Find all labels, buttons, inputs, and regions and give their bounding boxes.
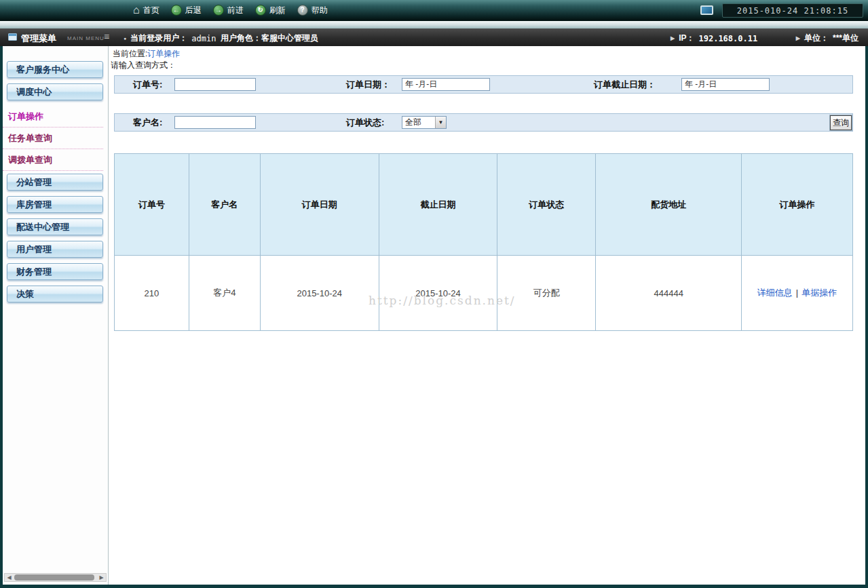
bullet-icon: ● <box>124 36 126 41</box>
action-separator: | <box>796 288 798 298</box>
order-date-label: 订单日期： <box>346 76 390 93</box>
current-user-value: admin <box>191 34 216 43</box>
nav-refresh-label: 刷新 <box>269 5 286 16</box>
deadline-label: 订单截止日期： <box>594 76 656 93</box>
order-status-select[interactable]: 全部 ▼ <box>402 116 447 129</box>
current-user-info: ● 当前登录用户： admin <box>124 33 216 44</box>
cell-deadline: 2015-10-24 <box>379 256 497 331</box>
order-date-input[interactable] <box>402 78 490 91</box>
top-navigation-bar: ⌂ 首页 ← 后退 → 前进 ↻ 刷新 ? 帮助 2015-010-24 21:… <box>0 0 868 21</box>
search-row-2: 客户名: 订单状态: 全部 ▼ 查询 <box>114 113 853 132</box>
user-role-info: 用户角色：客服中心管理员 <box>221 33 318 44</box>
nav-back-button[interactable]: ← 后退 <box>171 5 202 16</box>
cell-status: 可分配 <box>497 256 596 331</box>
nav-forward-button[interactable]: → 前进 <box>213 5 244 16</box>
sidebar: 客户服务中心 调度中心 订单操作 任务单查询 调拨单查询 分站管理 库房管理 配… <box>3 46 109 585</box>
search-row-1: 订单号: 订单日期： 订单截止日期： <box>114 75 853 94</box>
scroll-left-icon[interactable]: ◀ <box>5 574 14 581</box>
unit-label: 单位： <box>804 33 829 44</box>
role-value: 客服中心管理员 <box>261 33 318 43</box>
sidebar-item-substation-management[interactable]: 分站管理 <box>7 174 103 191</box>
arrow-icon: ▶ <box>671 35 675 41</box>
cell-actions: 详细信息|单据操作 <box>742 256 853 331</box>
sidebar-item-task-order-query[interactable]: 任务单查询 <box>3 128 103 149</box>
order-no-label: 订单号: <box>133 76 162 93</box>
nav-back-label: 后退 <box>185 5 202 16</box>
browser-nav: ⌂ 首页 ← 后退 → 前进 ↻ 刷新 ? 帮助 <box>133 5 328 16</box>
cell-order-no: 210 <box>115 256 189 331</box>
menu-title: 管理菜单 <box>21 33 56 45</box>
unit-info: ▶ 单位：***单位 <box>796 33 858 44</box>
role-label: 用户角色： <box>221 33 261 43</box>
status-bar: 管理菜单 MAIN MENU ≡ ● 当前登录用户： admin 用户角色：客服… <box>0 28 868 46</box>
cell-customer: 客户4 <box>189 256 260 331</box>
monitor-icon <box>700 5 713 15</box>
table-header-row: 订单号 客户名 订单日期 截止日期 订单状态 配货地址 订单操作 <box>115 154 853 256</box>
breadcrumb-label: 当前位置: <box>113 49 147 58</box>
sidebar-horizontal-scrollbar[interactable]: ◀ ▶ <box>4 573 107 582</box>
query-button[interactable]: 查询 <box>830 115 852 130</box>
breadcrumb-link-order-operations[interactable]: 订单操作 <box>147 49 180 58</box>
current-user-label: 当前登录用户： <box>130 33 187 44</box>
nav-help-label: 帮助 <box>312 5 328 16</box>
order-no-input[interactable] <box>174 78 256 91</box>
col-order-date: 订单日期 <box>260 154 379 256</box>
col-order-no: 订单号 <box>115 154 189 256</box>
col-status: 订单状态 <box>497 154 596 256</box>
cell-address: 444444 <box>596 256 742 331</box>
order-status-selected-value: 全部 <box>402 117 435 128</box>
breadcrumb: 当前位置:订单操作 <box>109 46 865 60</box>
arrow-icon: ▶ <box>796 35 800 41</box>
col-deadline: 截止日期 <box>379 154 497 256</box>
refresh-icon: ↻ <box>255 5 266 16</box>
help-icon: ? <box>297 5 308 16</box>
nav-forward-label: 前进 <box>227 5 244 16</box>
sidebar-item-warehouse-management[interactable]: 库房管理 <box>7 196 103 213</box>
back-icon: ← <box>171 5 182 16</box>
sidebar-item-order-operations[interactable]: 订单操作 <box>3 106 103 128</box>
order-status-label: 订单状态: <box>346 114 384 131</box>
customer-name-input[interactable] <box>174 116 256 129</box>
app-window: ⌂ 首页 ← 后退 → 前进 ↻ 刷新 ? 帮助 2015-010-24 21:… <box>0 0 868 588</box>
cell-order-date: 2015-10-24 <box>260 256 379 331</box>
nav-refresh-button[interactable]: ↻ 刷新 <box>255 5 286 16</box>
ip-info: ▶ IP：192.168.0.11 <box>671 33 757 44</box>
detail-info-link[interactable]: 详细信息 <box>757 288 793 298</box>
sidebar-item-user-management[interactable]: 用户管理 <box>7 241 103 258</box>
orders-table: 订单号 客户名 订单日期 截止日期 订单状态 配货地址 订单操作 210 客户4 <box>114 153 853 331</box>
scrollbar-thumb[interactable] <box>14 574 94 581</box>
sidebar-item-distribution-center-management[interactable]: 配送中心管理 <box>7 218 103 235</box>
home-icon: ⌂ <box>133 5 140 16</box>
forward-icon: → <box>213 5 224 16</box>
query-hint-text: 请输入查询方式： <box>109 60 865 74</box>
table-row: 210 客户4 2015-10-24 2015-10-24 可分配 444444… <box>115 256 853 331</box>
ip-label: IP： <box>679 33 694 44</box>
ip-value: 192.168.0.11 <box>699 34 758 43</box>
customer-name-label: 客户名: <box>133 114 162 131</box>
nav-help-button[interactable]: ? 帮助 <box>297 5 328 16</box>
col-actions: 订单操作 <box>742 154 853 256</box>
document-operation-link[interactable]: 单据操作 <box>801 288 837 298</box>
nav-home-button[interactable]: ⌂ 首页 <box>133 5 159 16</box>
unit-value: ***单位 <box>833 33 858 44</box>
datetime-display: 2015-010-24 21:08:15 <box>722 3 863 18</box>
window-icon <box>8 33 17 41</box>
orders-table-wrap: 订单号 客户名 订单日期 截止日期 订单状态 配货地址 订单操作 210 客户4 <box>114 153 853 331</box>
chrome-gradient-strip <box>0 21 868 28</box>
body-frame: 客户服务中心 调度中心 订单操作 任务单查询 调拨单查询 分站管理 库房管理 配… <box>3 46 865 585</box>
sidebar-item-transfer-order-query[interactable]: 调拨单查询 <box>3 149 103 171</box>
sidebar-item-dispatch-center[interactable]: 调度中心 <box>7 83 103 100</box>
sidebar-item-decision[interactable]: 决策 <box>7 286 103 302</box>
col-address: 配货地址 <box>596 154 742 256</box>
scroll-right-icon[interactable]: ▶ <box>97 574 106 581</box>
chevron-down-icon: ▼ <box>435 117 446 128</box>
main-content: 当前位置:订单操作 请输入查询方式： 订单号: 订单日期： 订单截止日期： 客户… <box>109 46 865 585</box>
sidebar-item-finance-management[interactable]: 财务管理 <box>7 263 103 280</box>
col-customer: 客户名 <box>189 154 260 256</box>
deadline-input[interactable] <box>681 78 770 91</box>
nav-home-label: 首页 <box>143 5 159 16</box>
menu-subtitle: MAIN MENU <box>67 35 105 41</box>
menu-toggle-icon[interactable]: ≡ <box>104 31 109 42</box>
sidebar-item-customer-service-center[interactable]: 客户服务中心 <box>7 61 103 78</box>
